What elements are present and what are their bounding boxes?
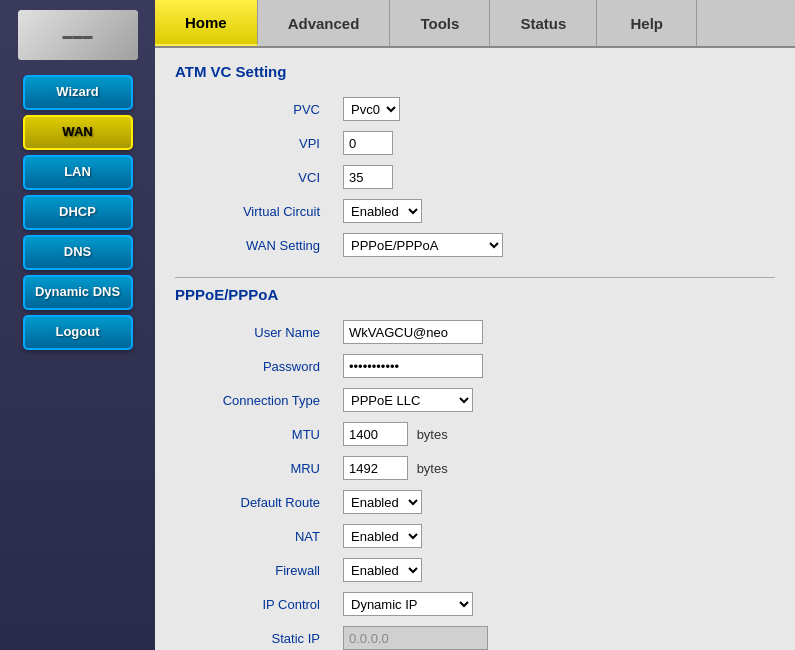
password-label: Password [175,349,335,383]
mtu-unit: bytes [417,427,448,442]
sidebar: Wizard WAN LAN DHCP DNS Dynamic DNS Logo… [0,0,155,650]
mru-label: MRU [175,451,335,485]
vci-input[interactable] [343,165,393,189]
connection-type-row: Connection Type PPPoE LLC PPPoA LLC PPPo… [175,383,775,417]
mru-unit: bytes [417,461,448,476]
wan-setting-row: WAN Setting PPPoE/PPPoA MPoA Pure Bridge [175,228,775,262]
default-route-label: Default Route [175,485,335,519]
mru-input[interactable] [343,456,408,480]
password-row: Password [175,349,775,383]
vpi-row: VPI [175,126,775,160]
sidebar-item-dhcp[interactable]: DHCP [23,195,133,230]
ip-control-row: IP Control Dynamic IP Static IP [175,587,775,621]
content-area: ATM VC Setting PVC Pvc0 Pvc1 Pvc2 Pvc3 V… [155,48,795,650]
firewall-row: Firewall Enabled Disabled [175,553,775,587]
sidebar-item-lan[interactable]: LAN [23,155,133,190]
vpi-label: VPI [175,126,335,160]
nat-label: NAT [175,519,335,553]
static-ip-label: Static IP [175,621,335,650]
tab-help[interactable]: Help [597,0,697,46]
virtual-circuit-select[interactable]: Enabled Disabled [343,199,422,223]
tab-home[interactable]: Home [155,0,258,46]
atm-form-table: PVC Pvc0 Pvc1 Pvc2 Pvc3 VPI VCI [175,92,775,262]
main-panel: Home Advanced Tools Status Help ATM VC S… [155,0,795,650]
sidebar-item-dns[interactable]: DNS [23,235,133,270]
username-row: User Name [175,315,775,349]
firewall-label: Firewall [175,553,335,587]
default-route-row: Default Route Enabled Disabled [175,485,775,519]
pvc-label: PVC [175,92,335,126]
tab-status[interactable]: Status [490,0,597,46]
wan-setting-select[interactable]: PPPoE/PPPoA MPoA Pure Bridge [343,233,503,257]
pppoe-section-title: PPPoE/PPPoA [175,286,775,303]
pppoe-form-table: User Name Password Connection Type PPPoE… [175,315,775,650]
router-image [18,10,138,60]
sidebar-item-logout[interactable]: Logout [23,315,133,350]
pvc-row: PVC Pvc0 Pvc1 Pvc2 Pvc3 [175,92,775,126]
ip-control-label: IP Control [175,587,335,621]
username-input[interactable] [343,320,483,344]
virtual-circuit-row: Virtual Circuit Enabled Disabled [175,194,775,228]
default-route-select[interactable]: Enabled Disabled [343,490,422,514]
virtual-circuit-label: Virtual Circuit [175,194,335,228]
firewall-select[interactable]: Enabled Disabled [343,558,422,582]
sidebar-item-wizard[interactable]: Wizard [23,75,133,110]
tab-advanced[interactable]: Advanced [258,0,391,46]
nat-row: NAT Enabled Disabled [175,519,775,553]
sidebar-item-wan[interactable]: WAN [23,115,133,150]
vci-label: VCI [175,160,335,194]
password-input[interactable] [343,354,483,378]
pvc-select[interactable]: Pvc0 Pvc1 Pvc2 Pvc3 [343,97,400,121]
mtu-row: MTU bytes [175,417,775,451]
connection-type-label: Connection Type [175,383,335,417]
top-nav: Home Advanced Tools Status Help [155,0,795,48]
vci-row: VCI [175,160,775,194]
connection-type-select[interactable]: PPPoE LLC PPPoA LLC PPPoA VC-Mux [343,388,473,412]
static-ip-input[interactable] [343,626,488,650]
nat-select[interactable]: Enabled Disabled [343,524,422,548]
static-ip-row: Static IP [175,621,775,650]
sidebar-item-dynamic-dns[interactable]: Dynamic DNS [23,275,133,310]
atm-section-title: ATM VC Setting [175,63,775,80]
tab-tools[interactable]: Tools [390,0,490,46]
mtu-label: MTU [175,417,335,451]
vpi-input[interactable] [343,131,393,155]
mtu-input[interactable] [343,422,408,446]
wan-setting-label: WAN Setting [175,228,335,262]
mru-row: MRU bytes [175,451,775,485]
ip-control-select[interactable]: Dynamic IP Static IP [343,592,473,616]
username-label: User Name [175,315,335,349]
